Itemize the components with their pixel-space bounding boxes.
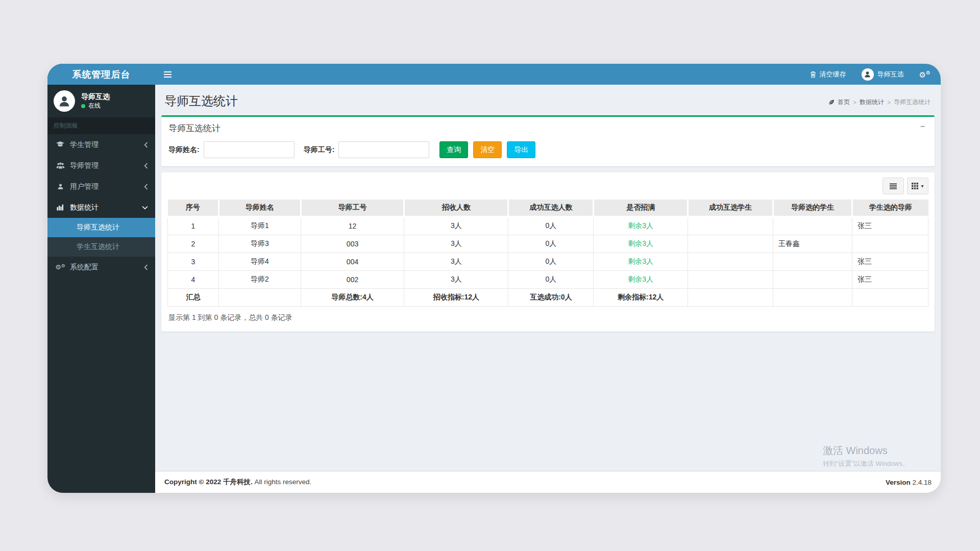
- col-teacher-id: 导师工号: [301, 199, 404, 217]
- caret-down-icon: ▾: [921, 183, 923, 189]
- sidebar-item-label: 系统配置: [70, 263, 99, 272]
- bar-chart-icon: [55, 204, 66, 211]
- main-area: 清空缓存 导师互选 ⚙⚙ 导师互选统计 首页 > 数据统计: [155, 64, 941, 493]
- navbar-avatar-icon: [862, 68, 874, 81]
- chevron-down-icon: [142, 206, 148, 210]
- table-row: 2 导师3 003 3人 0人 剩余3人 王春鑫: [168, 235, 928, 253]
- chevron-left-icon: [144, 184, 148, 190]
- table-panel: ▾ 序号 导师姓名 导师工号 招收人数: [161, 172, 935, 332]
- settings-cogs-icon[interactable]: ⚙⚙: [919, 70, 930, 79]
- teacher-id-input[interactable]: [338, 141, 429, 158]
- summary-row: 汇总 导师总数:4人 招收指标:12人 互选成功:0人 剩余指标:12人: [168, 288, 928, 306]
- sidebar-subitem-label: 学生互选统计: [77, 242, 119, 252]
- col-is-full: 是否招满: [594, 199, 688, 217]
- clear-cache-button[interactable]: 清空缓存: [810, 70, 846, 79]
- col-student-picked: 学生选的导师: [852, 199, 928, 217]
- status-badge: 剩余3人: [594, 253, 688, 270]
- cogs-icon: ⚙⚙: [55, 263, 66, 271]
- status-badge: 剩余3人: [594, 217, 688, 235]
- sidebar-user-name: 导师互选: [81, 92, 110, 101]
- breadcrumb-separator: >: [887, 99, 891, 106]
- sidebar-item-data-stats[interactable]: 数据统计: [47, 197, 155, 218]
- status-badge: 剩余3人: [594, 235, 688, 253]
- sidebar-item-teacher-mgmt[interactable]: 导师管理: [47, 155, 155, 176]
- table-toolbar: ▾: [167, 178, 928, 194]
- sidebar-subitem-label: 导师互选统计: [77, 223, 119, 232]
- col-quota: 招收人数: [404, 199, 508, 217]
- clear-button[interactable]: 清空: [473, 141, 502, 158]
- table-row: 1 导师1 12 3人 0人 剩余3人 张三: [168, 217, 928, 235]
- leaf-icon: [828, 99, 835, 106]
- trash-icon: [810, 71, 816, 78]
- sidebar-subitem-student-mutual-stats[interactable]: 学生互选统计: [47, 237, 155, 257]
- navbar-user-name: 导师互选: [877, 70, 904, 79]
- filter-panel-title: 导师互选统计: [168, 123, 220, 133]
- user-status: 在线: [81, 102, 110, 110]
- footer: Copyright © 2022 千舟科技. All rights reserv…: [155, 471, 941, 493]
- sidebar-user-panel: 导师互选 在线: [47, 85, 155, 117]
- table-row: 3 导师4 004 3人 0人 剩余3人 张三: [168, 253, 928, 270]
- sidebar-item-student-mgmt[interactable]: 学生管理: [47, 134, 155, 155]
- graduation-cap-icon: [55, 141, 66, 148]
- breadcrumb: 首页 > 数据统计 > 导师互选统计: [828, 98, 930, 107]
- sidebar-subitem-teacher-mutual-stats[interactable]: 导师互选统计: [47, 218, 155, 237]
- breadcrumb-separator: >: [853, 99, 856, 106]
- brand-logo[interactable]: 系统管理后台: [47, 64, 155, 85]
- teacher-name-input[interactable]: [204, 141, 295, 158]
- content-header: 导师互选统计 首页 > 数据统计 > 导师互选统计: [161, 85, 935, 115]
- sidebar-section-label: 控制面板: [47, 117, 155, 134]
- sidebar-item-user-mgmt[interactable]: 用户管理: [47, 176, 155, 197]
- collapse-panel-button[interactable]: −: [918, 121, 927, 132]
- sidebar-item-label: 学生管理: [70, 140, 99, 149]
- grid-icon: [912, 183, 918, 189]
- teacher-id-label: 导师工号:: [304, 145, 335, 155]
- sidebar-item-label: 数据统计: [70, 203, 99, 212]
- user-icon: [55, 183, 66, 190]
- list-icon: [890, 183, 897, 189]
- app-window: 系统管理后台 导师互选 在线 控制面板 学生管理: [47, 64, 941, 493]
- sidebar: 系统管理后台 导师互选 在线 控制面板 学生管理: [47, 64, 155, 493]
- columns-dropdown-button[interactable]: ▾: [907, 178, 928, 194]
- filter-panel: 导师互选统计 − 导师姓名: 导师工号: 查询 清空 导出: [161, 115, 935, 166]
- copyright-text: Copyright © 2022 千舟科技. All rights reserv…: [164, 478, 311, 487]
- online-dot-icon: [81, 104, 85, 108]
- brand-title: 系统管理后台: [72, 68, 131, 81]
- toggle-view-button[interactable]: [883, 178, 904, 194]
- col-seq: 序号: [168, 199, 219, 217]
- clear-cache-label: 清空缓存: [820, 70, 846, 79]
- breadcrumb-current: 导师互选统计: [894, 98, 930, 107]
- user-status-label: 在线: [88, 102, 101, 110]
- col-teacher-picked: 导师选的学生: [773, 199, 852, 217]
- stats-table: 序号 导师姓名 导师工号 招收人数 成功互选人数 是否招满 成功互选学生 导师选…: [167, 199, 928, 307]
- table-row: 4 导师2 002 3人 0人 剩余3人 张三: [168, 270, 928, 288]
- search-button[interactable]: 查询: [439, 141, 468, 158]
- sidebar-item-label: 用户管理: [70, 182, 99, 191]
- breadcrumb-home[interactable]: 首页: [838, 98, 850, 107]
- col-mutual-count: 成功互选人数: [508, 199, 594, 217]
- breadcrumb-section[interactable]: 数据统计: [860, 98, 884, 107]
- col-teacher-name: 导师姓名: [218, 199, 301, 217]
- record-count-info: 显示第 1 到第 0 条记录，总共 0 条记录: [167, 313, 928, 322]
- chevron-left-icon: [144, 142, 148, 148]
- content-wrapper: 导师互选统计 首页 > 数据统计 > 导师互选统计 导师互选统计 − 导师姓名:: [155, 85, 941, 471]
- version-text: Version 2.4.18: [886, 479, 932, 486]
- table-header-row: 序号 导师姓名 导师工号 招收人数 成功互选人数 是否招满 成功互选学生 导师选…: [168, 199, 928, 217]
- page-title: 导师互选统计: [164, 93, 932, 109]
- teacher-name-label: 导师姓名:: [168, 145, 200, 155]
- navbar-user-menu[interactable]: 导师互选: [862, 68, 904, 81]
- hamburger-icon: [164, 71, 172, 78]
- chevron-left-icon: [144, 264, 148, 270]
- top-navbar: 清空缓存 导师互选 ⚙⚙: [155, 64, 941, 85]
- sidebar-toggle-button[interactable]: [155, 64, 180, 85]
- export-button[interactable]: 导出: [507, 141, 535, 158]
- col-mutual-students: 成功互选学生: [688, 199, 773, 217]
- users-icon: [55, 162, 66, 169]
- user-avatar-icon: [54, 90, 75, 112]
- sidebar-item-system-config[interactable]: ⚙⚙ 系统配置: [47, 257, 155, 278]
- sidebar-item-label: 导师管理: [70, 161, 99, 170]
- status-badge: 剩余3人: [594, 270, 688, 288]
- data-stats-submenu: 导师互选统计 学生互选统计: [47, 218, 155, 257]
- chevron-left-icon: [144, 163, 148, 169]
